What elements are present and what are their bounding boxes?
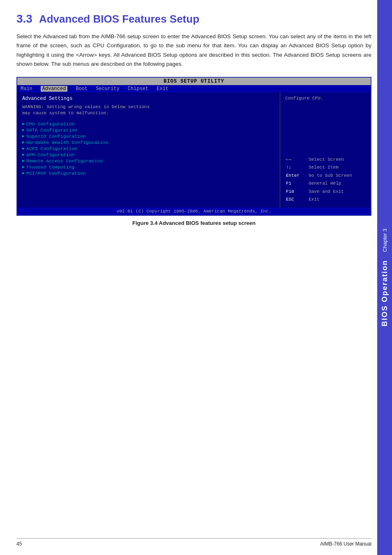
main-content: 3.3 Advanced BIOS Features Setup Select … bbox=[16, 0, 371, 226]
nav-f1: F1General Help bbox=[286, 180, 365, 187]
bios-option-hwhealth[interactable]: ▶ Hardware Health Configuration bbox=[22, 139, 275, 146]
bios-left-title: Advanced Settings bbox=[22, 96, 275, 102]
section-body: Select the Advanced tab from the AIMB-76… bbox=[16, 32, 371, 69]
bios-right-panel: Configure CPU. ←→Select Screen ↑↓Select … bbox=[280, 92, 371, 208]
bios-option-pci[interactable]: ▶ PCI/PnP Configuration bbox=[22, 170, 275, 176]
nav-select-item: ↑↓Select Item bbox=[286, 164, 365, 171]
nav-esc: ESCExit bbox=[286, 196, 365, 204]
page-number: 45 bbox=[16, 541, 22, 547]
bios-option-superio[interactable]: ▶ SuperIO Configuration bbox=[22, 133, 275, 139]
bios-footer: v02.61 (C) Copyright 1985-2006, American… bbox=[17, 208, 371, 215]
bios-menu-boot[interactable]: Boot bbox=[76, 86, 88, 92]
bios-screenshot: BIOS SETUP UTILITY Main Advanced Boot Se… bbox=[16, 77, 371, 216]
bios-warning: WARNING: Setting wrong values in below s… bbox=[22, 104, 275, 117]
bios-menu-advanced[interactable]: Advanced bbox=[41, 86, 68, 92]
bios-warning-line2: may cause system to malfunction. bbox=[22, 111, 109, 116]
page-footer: 45 AIMB-766 User Manual bbox=[16, 538, 371, 547]
bios-menu-bar: Main Advanced Boot Security Chipset Exit bbox=[17, 85, 371, 92]
nav-enter: EnterGo to Sub Screen bbox=[286, 172, 365, 180]
figure-caption: Figure 3.4 Advanced BIOS features setup … bbox=[16, 220, 371, 226]
figure-caption-text: Figure 3.4 Advanced BIOS features setup … bbox=[132, 220, 256, 226]
bios-option-apm[interactable]: ▶ APM Configuration bbox=[22, 152, 275, 158]
bios-help-text: Configure CPU. bbox=[285, 96, 366, 101]
bios-option-sata[interactable]: ▶ SATA Configuration bbox=[22, 127, 275, 133]
bios-option-trusted[interactable]: ▶ Trusted Computing bbox=[22, 164, 275, 170]
nav-f10: F10Save and Exit bbox=[286, 188, 365, 196]
manual-name: AIMB-766 User Manual bbox=[320, 541, 371, 547]
bios-option-cpu[interactable]: ▶ CPU Configuration bbox=[22, 121, 275, 127]
bios-option-remote-access[interactable]: ▶ Remote Access Configuration bbox=[22, 158, 275, 164]
bios-menu-chipset[interactable]: Chipset bbox=[128, 86, 148, 92]
bios-menu-exit[interactable]: Exit bbox=[157, 86, 168, 92]
section-title: Advanced BIOS Features Setup bbox=[39, 13, 199, 25]
bios-menu-security[interactable]: Security bbox=[96, 86, 120, 92]
chapter-title: BIOS Operation bbox=[380, 260, 389, 326]
bios-left-panel: Advanced Settings WARNING: Setting wrong… bbox=[17, 92, 280, 208]
bios-menu-main[interactable]: Main bbox=[21, 86, 32, 92]
section-number: 3.3 bbox=[16, 12, 32, 25]
chapter-label: Chapter 3 bbox=[382, 229, 388, 252]
section-heading: 3.3 Advanced BIOS Features Setup bbox=[16, 12, 371, 25]
bios-nav-table: ←→Select Screen ↑↓Select Item EnterGo to… bbox=[285, 155, 366, 205]
nav-select-screen: ←→Select Screen bbox=[286, 156, 365, 164]
side-tab: Chapter 3 BIOS Operation bbox=[377, 0, 392, 555]
bios-warning-line1: WARNING: Setting wrong values in below s… bbox=[22, 104, 150, 109]
bios-content: Advanced Settings WARNING: Setting wrong… bbox=[17, 92, 371, 208]
bios-title-bar: BIOS SETUP UTILITY bbox=[17, 78, 371, 85]
bios-title-text: BIOS SETUP UTILITY bbox=[164, 79, 224, 84]
bios-options-list: ▶ CPU Configuration ▶ SATA Configuration… bbox=[22, 121, 275, 176]
bios-option-acpi[interactable]: ▶ ACPI Configuration bbox=[22, 146, 275, 152]
